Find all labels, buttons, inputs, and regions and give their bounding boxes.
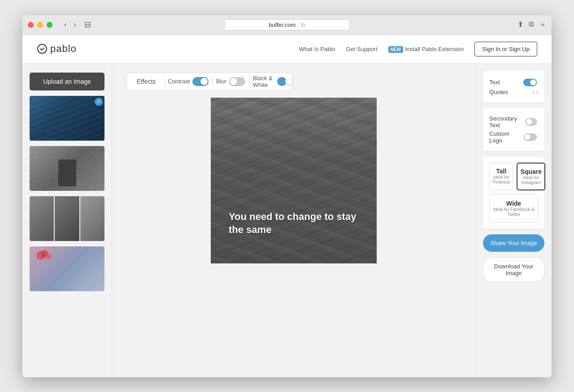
tall-label: Tall xyxy=(492,168,510,175)
app-body: Upload an Image ✓ xyxy=(22,64,552,377)
secondary-text-row: Secondary Text xyxy=(489,114,538,129)
upload-button[interactable]: Upload an Image xyxy=(30,73,104,90)
secondary-text-card: Secondary Text Custom Logo xyxy=(483,108,544,151)
tall-button[interactable]: Tall Ideal for Pinterest xyxy=(489,163,513,190)
divider-2 xyxy=(212,76,213,87)
sign-in-button[interactable]: Sign In or Sign Up xyxy=(474,42,537,56)
secondary-text-toggle[interactable] xyxy=(525,118,537,125)
square-button[interactable]: Square Ideal for Instagram xyxy=(517,163,545,190)
canvas-quote: You need to change to stay the same xyxy=(229,211,356,235)
image-thumb-3[interactable] xyxy=(30,196,104,241)
download-button[interactable]: Download Your Image xyxy=(483,257,544,282)
size-card: Tall Ideal for Pinterest Square Ideal fo… xyxy=(483,156,544,229)
effects-button[interactable]: Effects xyxy=(132,75,161,88)
right-panel: Text Quotes ‹ › Secondary Text xyxy=(475,64,552,377)
selected-check: ✓ xyxy=(95,98,103,106)
close-button[interactable] xyxy=(28,22,34,28)
app-header: pablo What Is Pablo Get Support NEWInsta… xyxy=(22,35,552,64)
toolbar-actions: ⬆ ⧉ ＋ xyxy=(517,20,546,30)
logo[interactable]: pablo xyxy=(37,43,77,55)
bw-toggle[interactable] xyxy=(277,77,287,86)
logo-text: pablo xyxy=(50,43,77,55)
contrast-label: Contrast xyxy=(168,78,190,85)
extension-text: Install Pablo Extension xyxy=(405,46,464,52)
contrast-toggle[interactable] xyxy=(192,77,209,86)
blur-toggle[interactable] xyxy=(229,77,245,86)
quotes-label: Quotes xyxy=(489,89,508,95)
square-label: Square xyxy=(520,168,541,175)
text-quotes-card: Text Quotes ‹ › xyxy=(483,71,544,103)
maximize-button[interactable] xyxy=(47,22,52,28)
new-tab-icon[interactable]: ＋ xyxy=(539,20,546,30)
effects-bar: Effects Contrast Blur Black xyxy=(126,73,292,90)
quotes-next[interactable]: › xyxy=(536,89,538,95)
titlebar: ‹ › ⊟ buffer.com ↻ ⬆ ⧉ ＋ xyxy=(22,15,552,35)
new-badge: NEW xyxy=(388,46,403,53)
canvas-text-container: You need to change to stay the same xyxy=(229,211,359,236)
reload-icon[interactable]: ↻ xyxy=(301,22,305,28)
size-grid: Tall Ideal for Pinterest Square Ideal fo… xyxy=(489,163,538,190)
url-bar[interactable]: buffer.com ↻ xyxy=(224,19,350,30)
forward-button[interactable]: › xyxy=(71,20,78,30)
install-extension-link[interactable]: NEWInstall Pablo Extension xyxy=(388,46,464,52)
canvas-image[interactable]: You need to change to stay the same xyxy=(211,98,377,263)
text-label: Text xyxy=(489,79,500,86)
grid-icon: ⊟ xyxy=(84,20,91,30)
share-icon[interactable]: ⬆ xyxy=(517,20,523,30)
secondary-text-knob xyxy=(526,119,532,125)
custom-logo-row: Custom Logo xyxy=(489,129,538,145)
get-support-link[interactable]: Get Support xyxy=(346,46,378,52)
image-thumb-1[interactable]: ✓ xyxy=(30,96,104,141)
app-window: ‹ › ⊟ buffer.com ↻ ⬆ ⧉ ＋ pablo What Is P… xyxy=(22,15,552,377)
wide-button-wrapper: Wide Ideal for Facebook & Twitter xyxy=(489,194,538,223)
image-thumb-2[interactable] xyxy=(30,146,104,191)
blur-knob xyxy=(230,78,237,85)
wide-button[interactable]: Wide Ideal for Facebook & Twitter xyxy=(489,194,538,223)
canvas-background xyxy=(211,98,377,263)
wide-desc: Ideal for Facebook & Twitter xyxy=(492,207,535,217)
custom-logo-toggle[interactable] xyxy=(524,133,537,141)
custom-logo-label: Custom Logo xyxy=(489,130,522,144)
canvas-area: Effects Contrast Blur Black xyxy=(112,64,475,377)
text-knob xyxy=(530,79,536,86)
divider-3 xyxy=(249,76,249,87)
minimize-button[interactable] xyxy=(37,22,43,28)
contrast-item: Contrast xyxy=(168,77,209,86)
secondary-text-label: Secondary Text xyxy=(489,115,524,129)
sidebar: Upload an Image ✓ xyxy=(22,64,112,377)
square-desc: Ideal for Instagram xyxy=(520,175,541,185)
what-is-pablo-link[interactable]: What Is Pablo xyxy=(299,46,335,52)
text-row: Text xyxy=(489,77,538,88)
quotes-row: Quotes ‹ › xyxy=(489,88,538,96)
bw-knob xyxy=(285,78,292,85)
quotes-arrows: ‹ › xyxy=(532,89,538,95)
share-button[interactable]: Share Your Image xyxy=(483,234,544,252)
tall-desc: Ideal for Pinterest xyxy=(492,175,510,185)
header-nav: What Is Pablo Get Support NEWInstall Pab… xyxy=(299,42,537,56)
wide-label: Wide xyxy=(492,200,535,207)
divider-1 xyxy=(164,76,165,87)
image-thumb-4[interactable] xyxy=(30,246,104,291)
blur-item: Blur xyxy=(216,77,245,86)
custom-logo-knob xyxy=(525,134,531,140)
quotes-prev[interactable]: ‹ xyxy=(532,89,534,95)
bw-item: Black & White xyxy=(253,75,287,88)
blur-label: Blur xyxy=(216,78,226,85)
back-button[interactable]: ‹ xyxy=(61,20,69,30)
text-toggle[interactable] xyxy=(523,78,537,86)
contrast-knob xyxy=(200,78,208,85)
nav-buttons: ‹ › xyxy=(61,20,79,30)
bw-label: Black & White xyxy=(253,75,274,88)
url-text: buffer.com xyxy=(269,22,296,28)
svg-point-0 xyxy=(38,44,47,53)
logo-icon xyxy=(37,43,48,54)
sidebar-icon[interactable]: ⧉ xyxy=(529,20,534,30)
